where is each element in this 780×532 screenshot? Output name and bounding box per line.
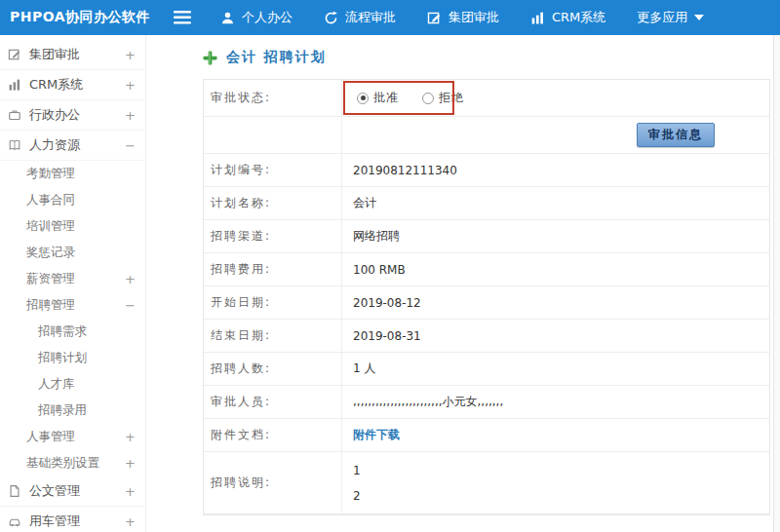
nav-personal-office[interactable]: 个人办公: [220, 9, 292, 26]
nav-label: 流程审批: [345, 9, 396, 26]
expand-toggle[interactable]: +: [125, 484, 136, 499]
sidebar-item-label: 招聘计划: [38, 350, 136, 366]
nav-workflow-approval[interactable]: 流程审批: [324, 9, 396, 26]
table-row-plan-number: 计划编号: 20190812111340: [204, 154, 769, 187]
nav-label: 更多应用: [637, 9, 687, 26]
expand-toggle[interactable]: +: [125, 78, 136, 93]
vertical-scrollbar[interactable]: [773, 35, 780, 532]
nav-label: CRM系统: [552, 9, 605, 26]
page-title-row: 会计 招聘计划: [203, 49, 780, 66]
table-row-start-date: 开始日期: 2019-08-12: [204, 286, 769, 320]
sidebar-item-talent-pool[interactable]: 人才库: [0, 371, 145, 398]
sidebar-item-rewards[interactable]: 奖惩记录: [0, 240, 145, 266]
nav-more-apps[interactable]: 更多应用: [637, 9, 704, 26]
field-label: 审批人员:: [204, 386, 342, 418]
sidebar-item-label: 薪资管理: [26, 271, 125, 287]
field-label: 计划名称:: [204, 187, 342, 219]
sidebar-item-admin-office[interactable]: 行政办公 +: [0, 100, 145, 131]
approval-info-button[interactable]: 审批信息: [637, 123, 715, 147]
sidebar-item-recruit-hiring[interactable]: 招聘录用: [0, 398, 145, 424]
table-row-channel: 招聘渠道: 网络招聘: [204, 220, 769, 253]
sidebar-item-label: CRM系统: [29, 76, 125, 94]
sidebar-item-recruit-plan[interactable]: 招聘计划: [0, 345, 145, 371]
field-label: 审批状态:: [204, 80, 342, 116]
sidebar-item-hr[interactable]: 人力资源 −: [0, 131, 145, 161]
nav-group-approval[interactable]: 集团审批: [427, 9, 499, 26]
radio-icon: [357, 93, 369, 104]
person-icon: [220, 11, 235, 25]
document-icon: [8, 484, 22, 498]
expand-toggle[interactable]: +: [125, 430, 136, 444]
expand-toggle[interactable]: +: [125, 272, 136, 286]
page-title: 会计 招聘计划: [226, 49, 327, 66]
hamburger-icon[interactable]: [174, 11, 191, 24]
sidebar-item-attendance[interactable]: 考勤管理: [0, 161, 145, 187]
status-options: 批准 拒绝: [342, 80, 769, 116]
briefcase-icon: [8, 108, 22, 122]
sidebar-item-base-category[interactable]: 基础类别设置 +: [0, 450, 145, 476]
expand-toggle[interactable]: +: [125, 456, 136, 471]
expand-toggle[interactable]: +: [125, 108, 136, 123]
table-row-approvers: 审批人员: ,,,,,,,,,,,,,,,,,,,,,,,,小元女,,,,,,,: [204, 386, 769, 419]
sidebar-item-hr-contract[interactable]: 人事合同: [0, 187, 145, 213]
table-row-plan-name: 计划名称: 会计: [204, 187, 769, 220]
cycle-icon: [324, 11, 338, 25]
sidebar-item-label: 人事合同: [26, 192, 136, 209]
radio-option-reject[interactable]: 拒绝: [422, 90, 464, 106]
sidebar-item-label: 基础类别设置: [26, 455, 125, 472]
sidebar-item-group-approval[interactable]: 集团审批 +: [0, 40, 145, 70]
sidebar-item-recruit-demand[interactable]: 招聘需求: [0, 319, 145, 345]
button-cell: 审批信息: [342, 117, 769, 153]
sidebar-item-salary[interactable]: 薪资管理 +: [0, 266, 145, 292]
field-value: 会计: [342, 187, 769, 219]
table-row-end-date: 结束日期: 2019-08-31: [204, 320, 769, 353]
field-value: 20190812111340: [342, 154, 769, 186]
table-row-cost: 招聘费用: 100 RMB: [204, 253, 769, 286]
field-label: 计划编号:: [204, 154, 342, 186]
sidebar-item-label: 培训管理: [26, 218, 136, 235]
field-label: 招聘人数:: [204, 353, 342, 385]
nav-crm-system[interactable]: CRM系统: [530, 9, 605, 26]
sidebar-item-crm[interactable]: CRM系统 +: [0, 70, 145, 100]
edit-square-icon: [8, 48, 22, 61]
approval-status-row: 审批状态: 批准 拒绝: [204, 80, 769, 117]
sidebar-item-label: 招聘管理: [26, 297, 125, 314]
field-label: 招聘费用:: [204, 253, 342, 285]
field-label: 招聘渠道:: [204, 220, 342, 252]
nav-label: 个人办公: [242, 9, 292, 26]
field-label: 结束日期:: [204, 320, 342, 352]
sidebar-item-label: 招聘录用: [38, 402, 136, 419]
book-icon: [8, 138, 22, 152]
sidebar-item-label: 招聘需求: [38, 323, 136, 340]
nav-label: 集团审批: [448, 9, 499, 26]
sidebar-item-documents[interactable]: 公文管理 +: [0, 476, 145, 507]
field-value: 2019-08-12: [342, 286, 769, 319]
field-label: 附件文档:: [204, 419, 342, 451]
sidebar-item-label: 行政办公: [29, 106, 125, 124]
collapse-toggle[interactable]: −: [125, 138, 136, 153]
expand-toggle[interactable]: +: [125, 514, 136, 529]
sidebar-item-personnel-mgmt[interactable]: 人事管理 +: [0, 424, 145, 450]
radio-option-approve[interactable]: 批准: [357, 90, 399, 106]
top-nav: 个人办公 流程审批 集团审批 CRM系统 更多应用: [220, 9, 704, 26]
expand-toggle[interactable]: +: [125, 48, 136, 62]
sidebar-item-label: 考勤管理: [26, 166, 136, 182]
app-logo: PHPOA协同办公软件: [0, 9, 174, 26]
green-plus-icon: [203, 51, 217, 65]
bar-chart-icon: [8, 78, 22, 92]
radio-icon: [422, 93, 434, 104]
sidebar-item-recruitment[interactable]: 招聘管理 −: [0, 292, 145, 319]
sidebar-item-label: 人事管理: [26, 429, 125, 445]
collapse-toggle[interactable]: −: [125, 298, 136, 313]
field-value: 附件下载: [342, 419, 769, 451]
attachment-download-link[interactable]: 附件下载: [353, 427, 400, 443]
car-icon: [8, 514, 22, 528]
edit-square-icon: [427, 11, 442, 25]
top-header: PHPOA协同办公软件 个人办公 流程审批 集团审批 CRM系统: [0, 0, 780, 35]
field-label: 招聘说明:: [204, 452, 342, 513]
sidebar-item-label: 公文管理: [29, 482, 125, 500]
sidebar-item-training[interactable]: 培训管理: [0, 213, 145, 240]
radio-label: 批准: [373, 90, 399, 106]
field-value: ,,,,,,,,,,,,,,,,,,,,,,,,小元女,,,,,,,: [342, 386, 769, 418]
sidebar-item-vehicle[interactable]: 用车管理 +: [0, 507, 145, 532]
